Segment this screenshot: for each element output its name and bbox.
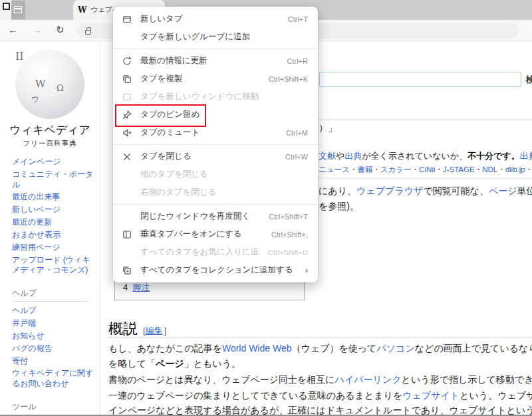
menu-item-label: 閉じたウィンドウを再度開く [140, 211, 261, 222]
globe-glyph: W [35, 78, 45, 90]
ambox-warning-line: 文献や出典が全く示されていないか、不十分です。出典を追 [319, 150, 532, 162]
inline-link[interactable]: 書籍 [357, 165, 372, 173]
section-heading-underline [107, 338, 532, 338]
window-corner [0, 0, 11, 20]
body-line: 書物のページとは異なり、ウェブページ同士を相互にハイパーリンクという形で指し示し… [108, 374, 532, 386]
mute-icon [122, 128, 132, 138]
inline-link[interactable]: ウェブブラウザ [356, 185, 423, 196]
menu-item-reopen-closed-window[interactable]: 閉じたウィンドウを再度開くCtrl+Shift+T [113, 207, 318, 225]
menu-item-pin-tab[interactable]: タブのピン留め [113, 106, 318, 124]
sidebar-link[interactable]: コミュニティ・ポータル [12, 169, 97, 191]
menu-item-label: 最新の情報に更新 [140, 55, 279, 66]
menu-divider [113, 49, 318, 49]
menu-item-close-other-tabs: 他のタブを閉じる [113, 165, 318, 183]
menu-item-add-all-tabs-to-collections[interactable]: すべてのタブをコレクションに追加する› [113, 261, 318, 279]
sidebar-link[interactable]: お知らせ [12, 331, 97, 342]
sidebar-nav-list: メインページコミュニティ・ポータル最近の出来事新しいページ最近の更新おまかせ表示… [0, 157, 97, 276]
menu-item-close-tab[interactable]: タブを閉じるCtrl+W [113, 148, 318, 165]
body-line: 一連のウェブページの集まりとしてできている意味のあるまとまりをウェブサイトという… [108, 390, 532, 402]
menu-item-shortcut: Ctrl+M [286, 129, 308, 137]
sidebar-link[interactable]: 練習用ページ [12, 243, 97, 253]
sidebar-link[interactable]: 新しいページ [12, 205, 97, 215]
no-icon [122, 169, 132, 180]
back-icon[interactable]: ← [8, 24, 18, 35]
menu-item-new-tab[interactable]: 新しいタブCtrl+T [113, 10, 318, 28]
inline-link[interactable]: ページ [489, 185, 517, 196]
sidebar-link[interactable]: メインページ [12, 157, 97, 167]
sidebar-link[interactable]: 最近の出来事 [12, 192, 97, 203]
text-segment: ・ [475, 165, 483, 173]
menu-item-shortcut: Ctrl+Shift+, [271, 231, 308, 239]
menu-item-label: 垂直タブバーをオンにする [140, 229, 263, 240]
inline-link[interactable]: スカラー [380, 165, 412, 173]
text-segment: ・ [350, 165, 358, 173]
inline-link[interactable]: World Wide Web [222, 343, 292, 354]
text-segment: （ウェブ）を使って [291, 343, 376, 354]
inline-link[interactable]: NDL [482, 165, 497, 173]
inline-link[interactable]: ハイパーリンク [335, 374, 402, 385]
menu-item-move-tab-to-new-window: タブを新しいウィンドウに移動 [113, 88, 318, 106]
inline-link[interactable]: 文献 [319, 151, 336, 161]
tab-actions-button[interactable] [11, 1, 25, 19]
menu-item-turn-on-vertical-tabs[interactable]: 垂直タブバーをオンにするCtrl+Shift+, [113, 225, 318, 243]
menu-item-label: タブのミュート [140, 127, 278, 138]
inline-link[interactable]: J-STAGE [443, 165, 475, 173]
wikipedia-favicon: W [78, 5, 86, 15]
menu-item-label: タブを複製 [140, 73, 261, 84]
text-segment: ・ [435, 165, 443, 173]
menu-item-shortcut: Ctrl+R [287, 57, 308, 65]
menu-item-label: 新しいタブ [140, 13, 280, 25]
no-icon [122, 187, 132, 198]
sidebar-link[interactable]: 最近の更新 [12, 217, 97, 228]
text-segment: で閲覧可能な、 [423, 185, 489, 196]
text-segment: もし、あなたがこの記事を [108, 343, 222, 354]
move-window-icon [122, 92, 132, 102]
article-title-underline [303, 120, 532, 120]
sidebar-link[interactable]: 寄付 [12, 356, 97, 367]
inline-link[interactable]: ニュース [319, 165, 350, 173]
text-segment: が全く示されていないか、 [362, 151, 467, 161]
menu-item-shortcut: Ctrl+Shift+T [269, 213, 308, 221]
sidebar-link[interactable]: 井戸端 [12, 318, 97, 329]
menu-item-add-all-tabs-to-favorites: すべてのタブをお気に入りに追加Ctrl+Shift+D [113, 243, 318, 261]
inline-link[interactable]: CiNii [419, 165, 435, 173]
text-segment: 」ともいう。 [184, 358, 241, 369]
menu-item-label: 右側のタブを閉じる [140, 187, 308, 198]
globe-glyph: Ω [57, 83, 64, 93]
section-title: 概説 [108, 320, 138, 337]
menu-item-shortcut: Ctrl+T [288, 15, 308, 23]
edit-link[interactable]: 編集 [146, 326, 163, 336]
wikipedia-globe-logo[interactable]: WΩウII [15, 50, 84, 119]
text-segment: ・ [525, 165, 532, 173]
search-side-fragment: 検 [526, 74, 532, 86]
text-segment: ・ [372, 165, 380, 173]
menu-item-mute-tab[interactable]: タブのミュートCtrl+M [113, 124, 318, 142]
tab-context-menu: 新しいタブCtrl+Tタブを新しいグループに追加最新の情報に更新Ctrl+Rタブ… [113, 7, 318, 282]
sidebar-link[interactable]: ヘルプ [12, 306, 97, 316]
menu-item-shortcut: Ctrl+Shift+D [268, 249, 308, 257]
inline-link[interactable]: ウェブサイト [402, 390, 460, 401]
inline-link[interactable]: 出典 [344, 151, 362, 161]
inline-link[interactable]: 出典を追 [520, 151, 532, 161]
menu-item-add-tab-to-new-group[interactable]: タブを新しいグループに追加 [113, 28, 318, 46]
sidebar-link[interactable]: おまかせ表示 [12, 230, 97, 241]
no-icon [122, 32, 132, 43]
menu-item-label: タブを新しいグループに追加 [140, 31, 308, 43]
sidebar-link[interactable]: アップロード (ウィキメディア・コモンズ) [12, 255, 97, 276]
inline-link[interactable]: パソコン [376, 343, 414, 354]
vertical-tabs-icon [122, 229, 132, 240]
sidebar-link[interactable]: ウィキペディアに関するお問い合わせ [12, 368, 97, 389]
text-segment: を略して「 [108, 358, 156, 369]
wikipedia-logo-title: ウィキペディア [0, 122, 100, 138]
text-segment: にあり、 [319, 185, 356, 196]
inline-link[interactable]: dlib.jp [505, 165, 525, 173]
refresh-icon[interactable]: ↻ [56, 24, 65, 36]
wikipedia-logo-subtitle: フリー百科事典 [0, 139, 100, 148]
text-segment: を参照)。 [319, 201, 359, 211]
lock-icon [85, 30, 91, 35]
sidebar-link[interactable]: バグの報告 [12, 344, 97, 354]
toc-link[interactable]: 脚注 [132, 282, 150, 292]
menu-item-refresh[interactable]: 最新の情報に更新Ctrl+R [113, 52, 318, 70]
menu-item-duplicate-tab[interactable]: タブを複製Ctrl+Shift+K [113, 70, 318, 88]
search-input[interactable] [319, 72, 521, 87]
